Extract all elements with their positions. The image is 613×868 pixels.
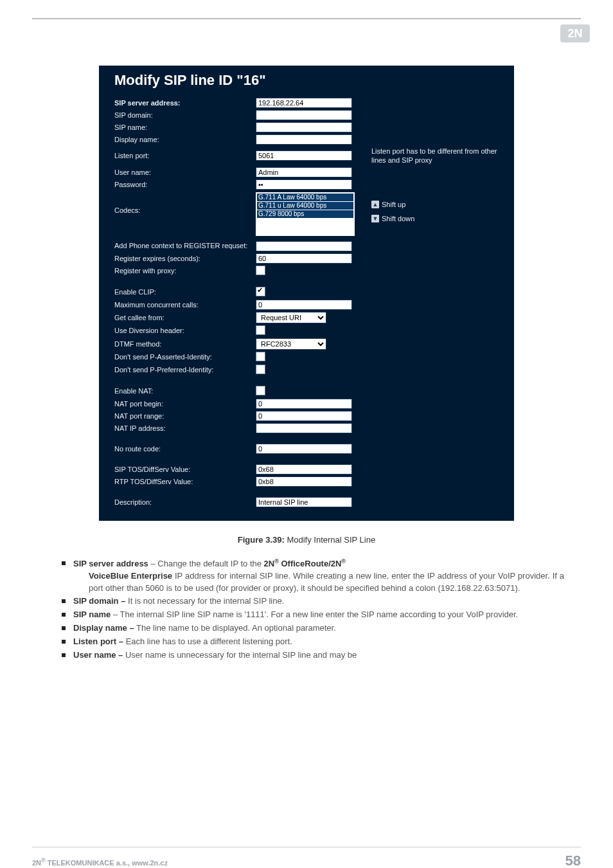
max-concurrent-calls-input[interactable] bbox=[256, 300, 352, 310]
label-sip-server-address: SIP server address: bbox=[114, 99, 256, 107]
label-nat-port-range: NAT port range: bbox=[114, 412, 256, 420]
label-no-p-preferred: Don't send P-Preferred-Identity: bbox=[114, 366, 256, 374]
bullet-item: User name – User name is unnecessary for… bbox=[62, 649, 564, 662]
label-dtmf-method: DTMF method: bbox=[114, 340, 256, 348]
bullet-item: Display name – The line name to be displ… bbox=[62, 622, 564, 635]
panel-title: Modify SIP line ID "16" bbox=[114, 72, 499, 89]
sip-domain-input[interactable] bbox=[256, 110, 352, 120]
brand-logo: 2N bbox=[560, 24, 590, 42]
label-enable-nat: Enable NAT: bbox=[114, 387, 256, 395]
caret-up-icon: ▲ bbox=[371, 201, 379, 208]
svg-text:2N: 2N bbox=[567, 27, 582, 40]
label-nat-ip-address: NAT IP address: bbox=[114, 424, 256, 432]
codecs-listbox[interactable]: G.711 A Law 64000 bps G.711 u Law 64000 … bbox=[256, 192, 355, 236]
figure-caption: Figure 3.39: Modify Internal SIP Line bbox=[0, 535, 613, 545]
bullet-item: SIP domain – It is not necessary for the… bbox=[62, 595, 564, 608]
codec-option[interactable]: G.711 u Law 64000 bps bbox=[257, 202, 353, 210]
bullet-list: SIP server address – Change the default … bbox=[0, 557, 613, 662]
label-max-concurrent-calls: Maximum concurrent calls: bbox=[114, 301, 256, 309]
label-user-name: User name: bbox=[114, 168, 256, 176]
label-no-route-code: No route code: bbox=[114, 445, 256, 453]
bullet-item: Listen port – Each line has to use a dif… bbox=[62, 636, 564, 648]
password-input[interactable] bbox=[256, 179, 352, 190]
no-route-code-input[interactable] bbox=[256, 444, 352, 454]
dtmf-method-select[interactable]: RFC2833 bbox=[256, 338, 326, 350]
get-callee-from-select[interactable]: Request URI bbox=[256, 312, 326, 323]
label-add-phone-context: Add Phone context to REGISTER requset: bbox=[114, 242, 256, 250]
shift-down-button[interactable]: ▼Shift down bbox=[371, 214, 499, 223]
sip-server-address-input[interactable] bbox=[256, 98, 352, 108]
use-diversion-header-checkbox[interactable] bbox=[256, 325, 265, 335]
footer-company: 2N® TELEKOMUNIKACE a.s., www.2n.cz bbox=[32, 857, 168, 867]
user-name-input[interactable] bbox=[256, 167, 352, 177]
shift-up-button[interactable]: ▲Shift up bbox=[371, 200, 499, 209]
rtp-tos-input[interactable] bbox=[256, 476, 352, 487]
bullet-item: SIP server address – Change the default … bbox=[62, 557, 564, 595]
label-sip-tos: SIP TOS/DiffServ Value: bbox=[114, 466, 256, 473]
register-expires-input[interactable] bbox=[256, 253, 352, 264]
label-use-diversion-header: Use Diversion header: bbox=[114, 327, 256, 334]
display-name-input[interactable] bbox=[256, 134, 352, 145]
description-input[interactable] bbox=[256, 497, 352, 507]
label-sip-domain: SIP domain: bbox=[114, 111, 256, 119]
sip-tos-input[interactable] bbox=[256, 464, 352, 475]
label-nat-port-begin: NAT port begin: bbox=[114, 400, 256, 408]
codec-option[interactable]: G.729 8000 bps bbox=[257, 210, 353, 218]
nat-port-begin-input[interactable] bbox=[256, 399, 352, 409]
footer-page-number: 58 bbox=[565, 853, 581, 868]
bullet-item: SIP name – The internal SIP line SIP nam… bbox=[62, 609, 564, 621]
shift-up-label: Shift up bbox=[382, 200, 405, 209]
shift-down-label: Shift down bbox=[382, 214, 414, 223]
codec-option[interactable]: G.711 A Law 64000 bps bbox=[257, 194, 353, 201]
label-codecs: Codecs: bbox=[114, 192, 256, 214]
label-get-callee-from: Get callee from: bbox=[114, 314, 256, 321]
label-display-name: Display name: bbox=[114, 136, 256, 143]
modify-sip-line-panel: Modify SIP line ID "16" SIP server addre… bbox=[99, 66, 514, 521]
label-register-expires: Register expires (seconds): bbox=[114, 255, 256, 262]
label-password: Password: bbox=[114, 181, 256, 188]
nat-ip-address-input[interactable] bbox=[256, 423, 352, 433]
page-footer: 2N® TELEKOMUNIKACE a.s., www.2n.cz 58 bbox=[32, 847, 581, 868]
header-divider bbox=[32, 18, 581, 19]
no-p-preferred-checkbox[interactable] bbox=[256, 365, 265, 374]
listen-port-hint: Listen port has to be different from oth… bbox=[359, 147, 499, 165]
label-enable-clip: Enable CLIP: bbox=[114, 288, 256, 296]
sip-name-input[interactable] bbox=[256, 122, 352, 132]
enable-nat-checkbox[interactable] bbox=[256, 386, 265, 395]
listen-port-input[interactable] bbox=[256, 150, 352, 161]
label-listen-port: Listen port: bbox=[114, 152, 256, 159]
label-description: Description: bbox=[114, 498, 256, 506]
add-phone-context-input[interactable] bbox=[256, 241, 352, 251]
label-sip-name: SIP name: bbox=[114, 123, 256, 131]
label-register-with-proxy: Register with proxy: bbox=[114, 267, 256, 275]
register-with-proxy-checkbox[interactable] bbox=[256, 266, 265, 275]
enable-clip-checkbox[interactable] bbox=[256, 287, 265, 296]
nat-port-range-input[interactable] bbox=[256, 411, 352, 421]
caret-down-icon: ▼ bbox=[371, 215, 379, 222]
label-rtp-tos: RTP TOS/DiffServ Value: bbox=[114, 478, 256, 485]
no-p-asserted-checkbox[interactable] bbox=[256, 352, 265, 361]
label-no-p-asserted: Don't send P-Asserted-Identity: bbox=[114, 353, 256, 361]
